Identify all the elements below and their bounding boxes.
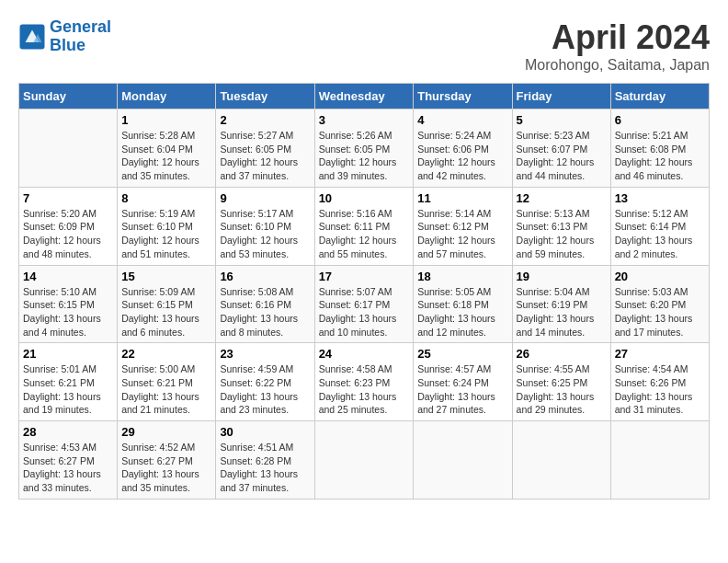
day-number: 29: [121, 425, 211, 439]
calendar-cell: 28Sunrise: 4:53 AMSunset: 6:27 PMDayligh…: [19, 421, 118, 500]
logo-line2: Blue: [50, 36, 85, 54]
week-row-5: 28Sunrise: 4:53 AMSunset: 6:27 PMDayligh…: [19, 421, 710, 500]
calendar-cell: 12Sunrise: 5:13 AMSunset: 6:13 PMDayligh…: [512, 187, 610, 265]
logo-icon: [18, 23, 46, 51]
title-area: April 2024 Morohongo, Saitama, Japan: [525, 18, 710, 74]
day-number: 5: [517, 113, 607, 127]
calendar-cell: 30Sunrise: 4:51 AMSunset: 6:28 PMDayligh…: [216, 421, 314, 500]
day-number: 24: [319, 347, 410, 361]
calendar-cell: 15Sunrise: 5:09 AMSunset: 6:15 PMDayligh…: [118, 265, 216, 343]
day-info: Sunrise: 5:03 AMSunset: 6:20 PMDaylight:…: [615, 285, 705, 339]
day-number: 17: [319, 270, 410, 283]
day-info: Sunrise: 5:13 AMSunset: 6:13 PMDaylight:…: [517, 207, 607, 261]
day-info: Sunrise: 4:54 AMSunset: 6:26 PMDaylight:…: [615, 362, 705, 417]
header: General Blue April 2024 Morohongo, Saita…: [18, 18, 710, 74]
day-info: Sunrise: 4:51 AMSunset: 6:28 PMDaylight:…: [220, 441, 310, 495]
calendar-cell: 8Sunrise: 5:19 AMSunset: 6:10 PMDaylight…: [118, 187, 216, 265]
calendar-cell: 17Sunrise: 5:07 AMSunset: 6:17 PMDayligh…: [314, 265, 414, 343]
day-info: Sunrise: 5:09 AMSunset: 6:15 PMDaylight:…: [121, 285, 211, 339]
calendar-cell: 29Sunrise: 4:52 AMSunset: 6:27 PMDayligh…: [118, 421, 216, 500]
day-info: Sunrise: 5:01 AMSunset: 6:21 PMDaylight:…: [23, 362, 113, 417]
day-number: 15: [121, 270, 211, 283]
day-info: Sunrise: 5:08 AMSunset: 6:16 PMDaylight:…: [220, 285, 310, 339]
day-info: Sunrise: 5:24 AMSunset: 6:06 PMDaylight:…: [417, 129, 507, 183]
day-number: 19: [517, 270, 607, 283]
calendar-cell: [414, 421, 512, 500]
day-info: Sunrise: 4:58 AMSunset: 6:23 PMDaylight:…: [319, 362, 410, 417]
day-number: 18: [417, 270, 507, 283]
day-number: 6: [615, 113, 705, 127]
day-info: Sunrise: 5:05 AMSunset: 6:18 PMDaylight:…: [417, 285, 507, 339]
logo: General Blue: [18, 18, 111, 55]
day-info: Sunrise: 5:00 AMSunset: 6:21 PMDaylight:…: [121, 362, 211, 417]
day-number: 28: [23, 425, 113, 439]
calendar-cell: 21Sunrise: 5:01 AMSunset: 6:21 PMDayligh…: [19, 343, 118, 421]
week-row-2: 7Sunrise: 5:20 AMSunset: 6:09 PMDaylight…: [19, 187, 710, 265]
logo-text: General Blue: [50, 18, 111, 55]
logo-line1: General: [50, 17, 111, 36]
day-info: Sunrise: 5:21 AMSunset: 6:08 PMDaylight:…: [615, 129, 705, 183]
day-info: Sunrise: 4:57 AMSunset: 6:24 PMDaylight:…: [417, 362, 507, 417]
calendar-cell: 24Sunrise: 4:58 AMSunset: 6:23 PMDayligh…: [314, 343, 414, 421]
calendar-cell: 14Sunrise: 5:10 AMSunset: 6:15 PMDayligh…: [19, 265, 118, 343]
calendar-cell: 10Sunrise: 5:16 AMSunset: 6:11 PMDayligh…: [314, 187, 414, 265]
week-row-3: 14Sunrise: 5:10 AMSunset: 6:15 PMDayligh…: [19, 265, 710, 343]
day-number: 23: [220, 347, 310, 361]
calendar-cell: 16Sunrise: 5:08 AMSunset: 6:16 PMDayligh…: [216, 265, 314, 343]
calendar-table: SundayMondayTuesdayWednesdayThursdayFrid…: [18, 83, 710, 500]
day-number: 9: [220, 191, 310, 205]
weekday-header-friday: Friday: [512, 84, 610, 109]
day-info: Sunrise: 4:52 AMSunset: 6:27 PMDaylight:…: [121, 441, 211, 495]
weekday-header-thursday: Thursday: [414, 84, 512, 109]
day-number: 10: [319, 191, 410, 205]
weekday-header-tuesday: Tuesday: [216, 84, 314, 109]
day-info: Sunrise: 5:14 AMSunset: 6:12 PMDaylight:…: [417, 207, 507, 261]
calendar-cell: 11Sunrise: 5:14 AMSunset: 6:12 PMDayligh…: [414, 187, 512, 265]
day-number: 30: [220, 425, 310, 439]
weekday-header-sunday: Sunday: [19, 84, 118, 109]
calendar-subtitle: Morohongo, Saitama, Japan: [525, 57, 710, 74]
calendar-cell: 23Sunrise: 4:59 AMSunset: 6:22 PMDayligh…: [216, 343, 314, 421]
day-info: Sunrise: 5:17 AMSunset: 6:10 PMDaylight:…: [220, 207, 310, 261]
day-number: 26: [517, 347, 607, 361]
calendar-cell: 4Sunrise: 5:24 AMSunset: 6:06 PMDaylight…: [414, 109, 512, 188]
calendar-cell: 7Sunrise: 5:20 AMSunset: 6:09 PMDaylight…: [19, 187, 118, 265]
day-info: Sunrise: 5:28 AMSunset: 6:04 PMDaylight:…: [121, 129, 211, 183]
day-number: 4: [417, 113, 507, 127]
weekday-header-wednesday: Wednesday: [314, 84, 414, 109]
week-row-4: 21Sunrise: 5:01 AMSunset: 6:21 PMDayligh…: [19, 343, 710, 421]
day-number: 16: [220, 270, 310, 283]
weekday-header-monday: Monday: [118, 84, 216, 109]
day-info: Sunrise: 5:19 AMSunset: 6:10 PMDaylight:…: [121, 207, 211, 261]
day-number: 22: [121, 347, 211, 361]
day-number: 13: [615, 191, 705, 205]
calendar-cell: 5Sunrise: 5:23 AMSunset: 6:07 PMDaylight…: [512, 109, 610, 188]
calendar-cell: 9Sunrise: 5:17 AMSunset: 6:10 PMDaylight…: [216, 187, 314, 265]
day-number: 3: [319, 113, 410, 127]
page-title: April 2024: [525, 18, 710, 57]
calendar-cell: 18Sunrise: 5:05 AMSunset: 6:18 PMDayligh…: [414, 265, 512, 343]
calendar-cell: 19Sunrise: 5:04 AMSunset: 6:19 PMDayligh…: [512, 265, 610, 343]
day-info: Sunrise: 5:26 AMSunset: 6:05 PMDaylight:…: [319, 129, 410, 183]
day-number: 7: [23, 191, 113, 205]
calendar-cell: 13Sunrise: 5:12 AMSunset: 6:14 PMDayligh…: [610, 187, 709, 265]
day-info: Sunrise: 4:53 AMSunset: 6:27 PMDaylight:…: [23, 441, 113, 495]
calendar-cell: [512, 421, 610, 500]
day-number: 12: [517, 191, 607, 205]
day-info: Sunrise: 4:59 AMSunset: 6:22 PMDaylight:…: [220, 362, 310, 417]
day-info: Sunrise: 5:27 AMSunset: 6:05 PMDaylight:…: [220, 129, 310, 183]
day-info: Sunrise: 4:55 AMSunset: 6:25 PMDaylight:…: [517, 362, 607, 417]
day-info: Sunrise: 5:20 AMSunset: 6:09 PMDaylight:…: [23, 207, 113, 261]
week-row-1: 1Sunrise: 5:28 AMSunset: 6:04 PMDaylight…: [19, 109, 710, 188]
day-number: 20: [615, 270, 705, 283]
day-number: 2: [220, 113, 310, 127]
calendar-cell: 20Sunrise: 5:03 AMSunset: 6:20 PMDayligh…: [610, 265, 709, 343]
calendar-cell: [610, 421, 709, 500]
calendar-cell: [314, 421, 414, 500]
calendar-cell: 25Sunrise: 4:57 AMSunset: 6:24 PMDayligh…: [414, 343, 512, 421]
calendar-cell: 22Sunrise: 5:00 AMSunset: 6:21 PMDayligh…: [118, 343, 216, 421]
day-number: 1: [121, 113, 211, 127]
calendar-cell: 26Sunrise: 4:55 AMSunset: 6:25 PMDayligh…: [512, 343, 610, 421]
day-info: Sunrise: 5:12 AMSunset: 6:14 PMDaylight:…: [615, 207, 705, 261]
day-info: Sunrise: 5:16 AMSunset: 6:11 PMDaylight:…: [319, 207, 410, 261]
